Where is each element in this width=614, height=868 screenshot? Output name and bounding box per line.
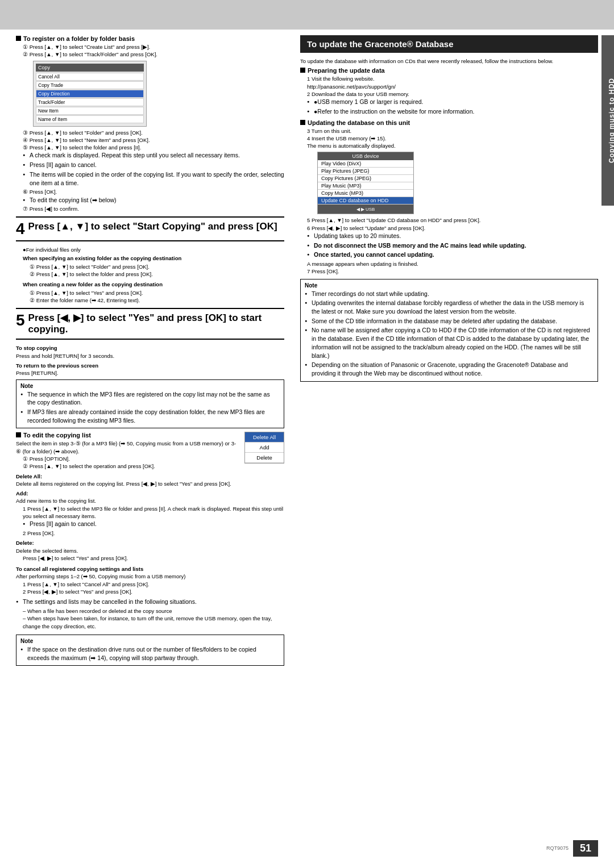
black-square-right-1 <box>300 68 305 73</box>
stop-copying-text: Press and hold [RETURN] for 3 seconds. <box>16 352 284 360</box>
updating-heading: Updating the database on this unit <box>308 119 410 126</box>
sc-row-track-folder: Track/Folder <box>36 98 144 106</box>
usb-menu-box: USB device Play Video (DivX) Play Pictur… <box>317 152 414 214</box>
right-column: To update the Gracenote® Database To upd… <box>294 35 598 669</box>
prepare-notes: ●USB memory 1 GB or larger is required. … <box>300 98 598 115</box>
step5-block: 5 Press [◀, ▶] to select "Yes" and press… <box>16 308 284 340</box>
new-folder-step-2: ② Enter the folder name (➡ 42, Entering … <box>30 297 284 304</box>
sc-row-new-item: New Item <box>36 107 144 115</box>
step4-new-folder-heading: When creating a new folder as the copyin… <box>23 281 284 288</box>
add-cancel-text: Press [II] again to cancel. <box>23 520 284 528</box>
page-number: 51 <box>573 840 598 857</box>
add-cancel-note: Press [II] again to cancel. <box>23 520 284 528</box>
update-step-4: 4 Insert the USB memory (➡ 15).The menu … <box>300 135 598 150</box>
add-section: Add: Add new items to the copying list. … <box>16 490 284 537</box>
cancel-step-2: 2 Press [◀, ▶] to select "Yes" and press… <box>23 588 284 595</box>
bottom-note-label: Note <box>20 637 280 645</box>
message-note: A message appears when updating is finis… <box>300 260 598 268</box>
stop-copying-heading: To stop copying <box>16 344 284 352</box>
step4-number: 4 <box>16 221 25 237</box>
note-box-mp3: Note The sequence in which the MP3 files… <box>16 379 284 429</box>
right-note-label: Note <box>305 282 594 290</box>
prepare-steps: 1 Visit the following website.http://pan… <box>300 75 598 115</box>
step4-heading: Press [▲, ▼] to select "Start Copying" a… <box>16 221 284 232</box>
prepare-step-2: 2 Download the data to your USB memory. <box>300 90 598 98</box>
gracenote-intro: To update the database with information … <box>300 57 598 65</box>
step4-existing-heading: When specifying an existing folder as th… <box>23 254 284 262</box>
add-heading: Add: <box>16 490 284 497</box>
left-column: To register on a folder by folder basis … <box>16 35 294 669</box>
prepare-heading: Preparing the update data <box>308 67 385 74</box>
prepare-heading-block: Preparing the update data <box>300 67 598 74</box>
cancel-all-section: To cancel all registered copying setting… <box>16 565 284 630</box>
reg-step-3: ③ Press [▲, ▼] to select "Folder" and pr… <box>23 129 284 136</box>
register-step-1: ① Press [▲, ▼] to select "Create List" a… <box>23 43 284 51</box>
register-folder-heading: To register on a folder by folder basis <box>23 35 135 42</box>
stop-copying-section: To stop copying Press and hold [RETURN] … <box>16 344 284 377</box>
usb-item-play-video: Play Video (DivX) <box>318 160 413 168</box>
bottom-note-list: If the space on the destination drive ru… <box>20 645 280 662</box>
step-6: ⑥ Press [OK]. <box>23 188 284 195</box>
step4-individual-note: ●For individual files only <box>23 246 284 253</box>
sc-row-copy-trade: Copy Trade <box>36 81 144 89</box>
usb-note: ●USB memory 1 GB or larger is required. <box>307 98 598 106</box>
sc-row-cancel-all: Cancel All <box>36 73 144 81</box>
cancel-sit-1: – When a file has been recorded or delet… <box>23 607 284 615</box>
usb-item-copy-pictures: Copy Pictures (JPEG) <box>318 175 413 182</box>
register-steps-cont: ③ Press [▲, ▼] to select "Folder" and pr… <box>16 129 284 213</box>
copy-order-text: The items will be copied in the order of… <box>23 170 284 187</box>
cancel-settings-note: The settings and lists may be cancelled … <box>16 598 284 606</box>
edit-copying-content: Delete All Add Delete To edit the copyin… <box>16 432 284 470</box>
edit-copying-heading-block: To edit the copying list <box>16 432 240 439</box>
delete-all-text: Delete all items registered on the copyi… <box>16 480 284 487</box>
cancel-all-steps: 1 Press [▲, ▼] to select "Cancel All" an… <box>16 581 284 596</box>
usb-item-copy-music: Copy Music (MP3) <box>318 190 413 197</box>
important-notes: Do not disconnect the USB memory and the… <box>300 241 598 259</box>
note-gracenote: Depending on the situation of Panasonic … <box>305 361 594 377</box>
note-overwrite: Updating overwrites the internal databas… <box>305 299 594 315</box>
usb-menu-footer: ◀ ▶ USB <box>318 205 413 214</box>
step4-existing-steps: ① Press [▲, ▼] to select "Folder" and pr… <box>23 263 284 278</box>
add-step-2: 2 Press [OK]. <box>23 529 284 537</box>
register-step-2: ② Press [▲, ▼] to select "Track/Folder" … <box>23 51 284 58</box>
updating-notes-list: Updating takes up to 20 minutes. <box>300 232 598 240</box>
sc-row-name-item: Name of Item <box>36 115 144 123</box>
note-timer: Timer recordings do not start while upda… <box>305 290 594 298</box>
top-bar <box>0 0 614 30</box>
edit-buttons: Delete All Add Delete <box>244 432 284 464</box>
update-step-3: 3 Turn on this unit. <box>300 127 598 135</box>
check-mark-note: A check mark is displayed. Repeat this s… <box>23 151 284 160</box>
add-text: Add new items to the copying list. <box>16 497 284 504</box>
screenshot-title: Copy <box>36 64 144 72</box>
delete-all-button[interactable]: Delete All <box>245 432 284 443</box>
cancel-settings-text: The settings and lists may be cancelled … <box>16 598 284 606</box>
step-7: ⑦ Press [◀] to confirm. <box>23 205 284 212</box>
register-notes: A check mark is displayed. Repeat this s… <box>23 151 284 169</box>
black-square-right-2 <box>300 120 305 125</box>
delete-button[interactable]: Delete <box>245 453 284 463</box>
note-list: The sequence in which the MP3 files are … <box>20 390 280 425</box>
edit-copying-section: Delete All Add Delete To edit the copyin… <box>16 432 284 630</box>
delete-heading: Delete: <box>16 539 284 546</box>
page-wrapper: To register on a folder by folder basis … <box>0 0 614 868</box>
edit-list-link: To edit the copying list (➡ below) <box>23 196 284 205</box>
register-folder-section: To register on a folder by folder basis … <box>16 35 284 213</box>
gracenote-heading: To update the Gracenote® Database <box>300 35 598 53</box>
existing-step-2: ② Press [▲, ▼] to select the folder and … <box>30 270 284 278</box>
copy-screenshot: Copy Cancel All Copy Trade Copy Directio… <box>33 61 147 127</box>
new-folder-step-1: ① Press [▲, ▼] to select "Yes" and press… <box>30 289 284 297</box>
refer-note: ●Refer to the instruction on the website… <box>307 107 598 116</box>
delete-text: Delete the selected items. <box>16 547 284 554</box>
cancel-note: Press [II] again to cancel. <box>23 161 284 169</box>
edit-copying-heading: To edit the copying list <box>23 432 91 439</box>
note-mp3-seq: The sequence in which the MP3 files are … <box>20 390 280 407</box>
add-button[interactable]: Add <box>245 443 284 453</box>
prepare-step-1: 1 Visit the following website.http://pan… <box>300 75 598 90</box>
update-step-6: 6 Press [◀, ▶] to select "Update" and pr… <box>300 224 598 232</box>
step4-new-folder-steps: ① Press [▲, ▼] to select "Yes" and press… <box>23 289 284 304</box>
return-prev-heading: To return to the previous screen <box>16 362 284 369</box>
sidebar-label: Copying music to HDD <box>601 35 614 206</box>
updating-steps-cont: 5 Press [▲, ▼] to select "Update CD data… <box>300 216 598 275</box>
step4-details: ●For individual files only When specifyi… <box>16 246 284 304</box>
important-note-1: Do not disconnect the USB memory and the… <box>307 241 598 250</box>
